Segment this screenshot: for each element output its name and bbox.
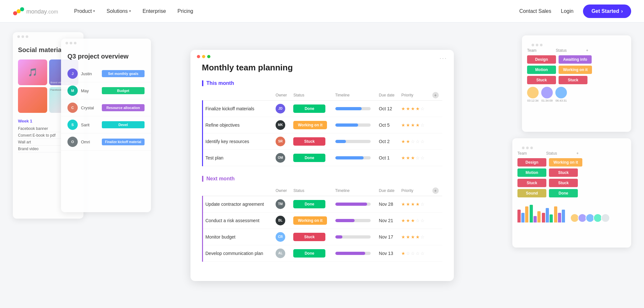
status-tag: Working on it [559,66,592,74]
task-name: Monitor budget [202,229,273,245]
status-cell[interactable]: Done [291,149,332,166]
timeline-bar [335,140,371,143]
nav-enterprise[interactable]: Enterprise [143,8,166,14]
extra-cell [430,133,442,149]
add-column-button[interactable]: + [432,92,439,98]
dot-3 [74,42,76,44]
table-row: Identify key resources SR Stuck Oct 2 ★★… [202,133,442,149]
star-icon: ☆ [420,218,425,223]
chart-and-avatars [517,201,626,222]
q3-row: J Justin Set monthly goals [61,65,151,82]
status-cell[interactable]: Stuck [291,133,332,149]
priority-stars: ★★★★☆ [401,122,427,128]
task-tag: Set monthly goals [102,70,145,77]
col-task [202,186,273,196]
priority-stars: ★★★★☆ [401,106,427,111]
nav-pricing[interactable]: Pricing [178,8,193,14]
right2-column-labels: Team Status + [517,151,626,156]
timeline-cell [333,245,376,261]
contact-sales-link[interactable]: Contact Sales [519,8,551,14]
panel-right-teams-2: Team Status + Design Working on it Motio… [512,138,631,248]
star-icon: ★ [401,139,405,144]
status-tag: Awaiting info [559,55,592,64]
get-started-button[interactable]: Get Started › [583,5,631,18]
nav-links: Product ▾ Solutions ▾ Enterprise Pricing [74,8,519,14]
panel-right-teams-1: Team Status + Design Awaiting info Motio… [522,35,631,132]
status-badge[interactable]: Stuck [293,137,325,146]
due-date-cell: Oct 12 [376,100,399,117]
due-date-cell: Oct 1 [376,149,399,166]
status-badge[interactable]: Done [293,249,325,258]
svg-point-0 [13,11,17,15]
col-add[interactable]: + [430,90,442,101]
bar [554,206,557,222]
status-tag: Done [549,189,578,197]
star-icon: ☆ [420,106,425,111]
status-badge[interactable]: Working on it [293,121,327,129]
login-link[interactable]: Login [561,8,573,14]
table-row: Monitor budget CR Stuck Nov 17 ★★★★☆ [202,229,442,245]
nav-right: Contact Sales Login Get Started › [519,5,631,18]
plus-icon[interactable]: + [576,151,578,156]
status-cell[interactable]: Done [291,100,332,117]
star-icon: ★ [406,202,410,207]
star-icon: ☆ [411,251,415,256]
add-column-button[interactable]: + [432,187,439,194]
bar [562,210,565,222]
status-cell[interactable]: Stuck [291,229,332,245]
team-tag: Motion [527,66,556,74]
priority-cell: ★★★☆☆ [399,149,429,166]
status-badge[interactable]: Done [293,154,325,162]
star-icon: ★ [411,202,415,207]
status-badge[interactable]: Working on it [293,216,327,225]
star-icon: ★ [416,122,420,128]
col-add[interactable]: + [430,186,442,196]
status-badge[interactable]: Done [293,104,325,113]
priority-cell: ★★★★☆ [399,229,429,245]
owner-avatar: SR [276,137,285,146]
status-tag: Stuck [549,179,578,187]
user-avatar: 06:43:31 [555,87,567,102]
nav-solutions[interactable]: Solutions ▾ [107,8,131,14]
status-cell[interactable]: Done [291,196,332,212]
team-tag: Sound [517,189,546,197]
table-header-row: Owner Status Timeline Due date Priority … [202,186,442,196]
status-badge[interactable]: Done [293,200,325,208]
status-cell[interactable]: Working on it [291,117,332,133]
timeline-cell [333,100,376,117]
star-icon: ★ [401,122,405,128]
status-badge[interactable]: Stuck [293,233,325,241]
status-cell[interactable]: Done [291,245,332,261]
star-icon: ★ [411,234,415,240]
bar-group [530,205,541,222]
star-icon: ★ [416,106,420,111]
plus-icon[interactable]: + [586,48,588,53]
bar [546,208,549,222]
section-this-month: This month [202,80,442,86]
time-label: 01:34:09 [541,99,552,102]
close-dot [197,55,200,58]
priority-stars: ★☆☆☆☆ [401,251,427,256]
nav-product[interactable]: Product ▾ [74,8,95,14]
task-name: Refine objectives [202,117,273,133]
owner-cell: OM [273,149,291,166]
table-row: Develop communication plan AL Done Nov 1… [202,245,442,261]
timeline-bar [335,235,371,239]
star-icon: ★ [401,251,405,256]
avatar: O [67,137,78,147]
arrow-icon: › [621,8,623,14]
due-date-cell: Nov 13 [376,245,399,261]
panel-menu-icon[interactable]: ··· [439,55,447,62]
extra-cell [430,149,442,166]
logo[interactable]: monday.com [13,7,58,16]
person-name: May [81,88,99,93]
panel-q3: Q3 project overview J Justin Set monthly… [61,39,151,212]
music-image: 🎵 [18,59,47,85]
person-name: Sarit [81,122,99,127]
star-icon: ★ [401,234,405,240]
avatar: S [67,120,78,130]
timeline-fill [335,123,358,127]
col-duedate: Due date [376,90,399,101]
right-panel-content-2: Team Status + Design Working on it Motio… [512,138,631,228]
status-cell[interactable]: Working on it [291,212,332,229]
